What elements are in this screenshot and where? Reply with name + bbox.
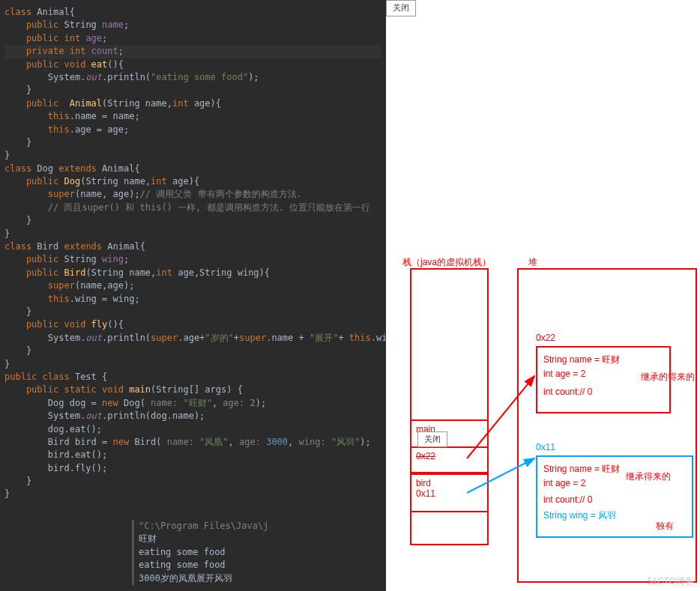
obj2-note: 继承得来的 bbox=[626, 470, 671, 483]
obj2-address: 0x11 bbox=[536, 442, 555, 452]
stack-frame-dog: 0x22 bbox=[410, 446, 489, 473]
code-editor: class Animal{ public String name; public… bbox=[0, 0, 386, 591]
heap-title: 堆 bbox=[528, 256, 537, 269]
close-badge[interactable]: 关闭 bbox=[417, 431, 447, 447]
stack-title: 栈（java的虚拟机栈） bbox=[402, 256, 491, 269]
console-output: "C:\Program Files\Java\j 旺财 eating some … bbox=[132, 520, 268, 585]
wing-note: 独有 bbox=[656, 520, 674, 533]
obj1-note: 继承的得来的 bbox=[641, 371, 695, 384]
close-badge-2[interactable]: 关闭 bbox=[386, 0, 416, 16]
watermark: 51CTO博客 bbox=[648, 575, 694, 588]
obj1-address: 0x22 bbox=[536, 333, 555, 343]
stack-frame-bird: bird 0x11 bbox=[410, 473, 489, 512]
memory-diagram: 栈（java的虚拟机栈） 堆 main 关闭 0x22 bird 0x11 关闭… bbox=[386, 0, 700, 591]
